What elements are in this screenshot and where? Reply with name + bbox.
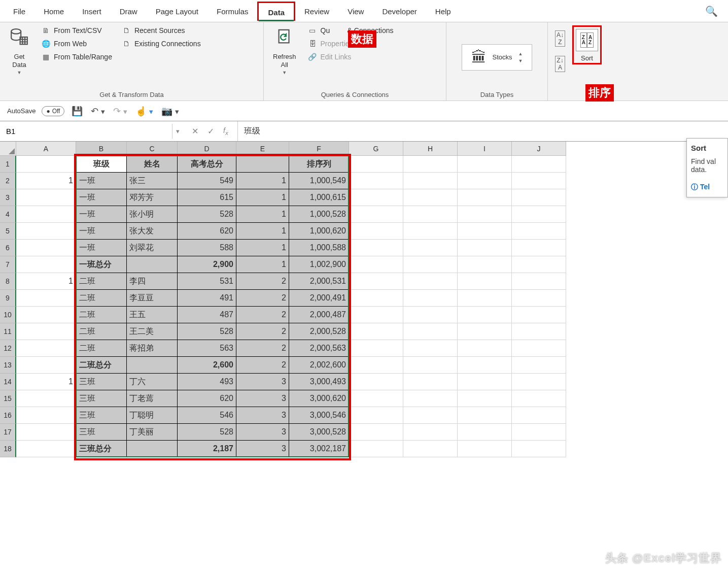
cell[interactable] bbox=[458, 390, 512, 407]
cell[interactable] bbox=[349, 206, 403, 223]
cell[interactable]: 三班 bbox=[76, 407, 127, 424]
touch-mode-button[interactable]: ☝ ▾ bbox=[134, 106, 154, 117]
stocks-type-button[interactable]: 🏛 Stocks ▲▼ bbox=[462, 44, 533, 71]
cell[interactable] bbox=[512, 424, 566, 441]
cell[interactable] bbox=[403, 374, 458, 390]
cell[interactable] bbox=[512, 407, 566, 424]
cell[interactable]: 邓芳芳 bbox=[127, 189, 178, 206]
cell[interactable] bbox=[403, 273, 458, 290]
cell[interactable]: 2 bbox=[236, 323, 289, 340]
row-header[interactable]: 16 bbox=[0, 407, 16, 424]
row-header[interactable]: 13 bbox=[0, 357, 16, 374]
cell[interactable]: 2 bbox=[236, 273, 289, 290]
cell[interactable] bbox=[349, 323, 403, 340]
tab-review[interactable]: Review bbox=[295, 2, 338, 20]
cell[interactable] bbox=[349, 407, 403, 424]
cell[interactable]: 三班 bbox=[76, 424, 127, 441]
cell[interactable]: 491 bbox=[178, 290, 236, 307]
cell[interactable] bbox=[512, 223, 566, 240]
cell[interactable] bbox=[403, 256, 458, 273]
cell[interactable] bbox=[458, 273, 512, 290]
cell[interactable]: 一班 bbox=[76, 240, 127, 256]
formula-input[interactable]: 班级 bbox=[238, 123, 728, 140]
cell[interactable]: 三班 bbox=[76, 374, 127, 390]
column-headers[interactable]: ABCDEFGHIJ bbox=[16, 142, 728, 156]
recent-sources-button[interactable]: 🗋Recent Sources bbox=[119, 25, 203, 36]
cell[interactable]: 1 bbox=[236, 256, 289, 273]
existing-connections-button[interactable]: 🗋Existing Connections bbox=[119, 39, 203, 49]
cell[interactable] bbox=[458, 323, 512, 340]
cell[interactable]: 2,600 bbox=[178, 357, 236, 374]
cell[interactable]: 1,000,615 bbox=[289, 189, 349, 206]
cell[interactable]: 丁美丽 bbox=[127, 424, 178, 441]
cell[interactable] bbox=[458, 189, 512, 206]
cell[interactable] bbox=[512, 323, 566, 340]
cell[interactable] bbox=[403, 206, 458, 223]
cell[interactable] bbox=[512, 156, 566, 173]
cell[interactable] bbox=[16, 189, 76, 206]
cell[interactable]: 排序列 bbox=[289, 156, 349, 173]
cell[interactable] bbox=[403, 240, 458, 256]
worksheet-grid[interactable]: ABCDEFGHIJ 123456789101112131415161718 班… bbox=[0, 142, 728, 457]
row-header[interactable]: 18 bbox=[0, 441, 16, 457]
cell[interactable] bbox=[458, 223, 512, 240]
cell[interactable] bbox=[512, 307, 566, 323]
cell[interactable] bbox=[16, 290, 76, 307]
cell[interactable] bbox=[127, 441, 178, 457]
cell[interactable]: 丁聪明 bbox=[127, 407, 178, 424]
cell[interactable]: 一班总分 bbox=[76, 256, 127, 273]
cell[interactable] bbox=[349, 374, 403, 390]
cell[interactable] bbox=[16, 307, 76, 323]
cell[interactable] bbox=[458, 374, 512, 390]
cell[interactable]: 3,002,187 bbox=[289, 441, 349, 457]
cell[interactable] bbox=[349, 441, 403, 457]
cell[interactable]: 三班 bbox=[76, 390, 127, 407]
cell[interactable] bbox=[512, 273, 566, 290]
cell[interactable] bbox=[16, 390, 76, 407]
cell[interactable]: 615 bbox=[178, 189, 236, 206]
cell[interactable] bbox=[403, 189, 458, 206]
cell[interactable] bbox=[16, 223, 76, 240]
cell[interactable]: 高考总分 bbox=[178, 156, 236, 173]
cell[interactable]: 528 bbox=[178, 323, 236, 340]
tab-home[interactable]: Home bbox=[34, 2, 73, 20]
autosave-toggle[interactable]: ● Off bbox=[42, 106, 64, 116]
cell[interactable]: 1,002,900 bbox=[289, 256, 349, 273]
cell[interactable] bbox=[458, 307, 512, 323]
cell[interactable] bbox=[16, 407, 76, 424]
enter-icon[interactable]: ✓ bbox=[207, 126, 214, 136]
cell[interactable] bbox=[349, 240, 403, 256]
cell[interactable]: 二班总分 bbox=[76, 357, 127, 374]
tab-data[interactable]: Data bbox=[257, 2, 295, 21]
cell[interactable]: 王二美 bbox=[127, 323, 178, 340]
row-header[interactable]: 9 bbox=[0, 290, 16, 307]
undo-button[interactable]: ↶ ▾ bbox=[90, 106, 106, 117]
cell[interactable]: 丁老蔫 bbox=[127, 390, 178, 407]
cell[interactable]: 2 bbox=[236, 340, 289, 357]
cell[interactable]: 1,000,549 bbox=[289, 173, 349, 189]
cell[interactable]: 丁六 bbox=[127, 374, 178, 390]
row-header[interactable]: 12 bbox=[0, 340, 16, 357]
cell[interactable] bbox=[16, 323, 76, 340]
cell[interactable] bbox=[236, 156, 289, 173]
from-web-button[interactable]: 🌐From Web bbox=[39, 39, 114, 49]
cell[interactable] bbox=[403, 223, 458, 240]
tab-view[interactable]: View bbox=[338, 2, 373, 20]
cell[interactable] bbox=[349, 307, 403, 323]
cell[interactable] bbox=[349, 173, 403, 189]
cell[interactable]: 1 bbox=[16, 374, 76, 390]
cell[interactable] bbox=[458, 290, 512, 307]
cell[interactable]: 二班 bbox=[76, 273, 127, 290]
cell[interactable]: 1,000,620 bbox=[289, 223, 349, 240]
row-header[interactable]: 17 bbox=[0, 424, 16, 441]
col-header[interactable]: D bbox=[178, 142, 236, 156]
tell-me-more-link[interactable]: ⓘ Tel bbox=[691, 183, 723, 192]
cell[interactable]: 3,000,528 bbox=[289, 424, 349, 441]
cell[interactable]: 李豆豆 bbox=[127, 290, 178, 307]
from-text-csv-button[interactable]: 🗎From Text/CSV bbox=[39, 25, 114, 36]
sort-button[interactable]: ZAAZ Sort bbox=[572, 25, 602, 64]
cell[interactable] bbox=[512, 256, 566, 273]
col-header[interactable]: J bbox=[512, 142, 566, 156]
cell[interactable]: 一班 bbox=[76, 173, 127, 189]
cell[interactable]: 620 bbox=[178, 223, 236, 240]
